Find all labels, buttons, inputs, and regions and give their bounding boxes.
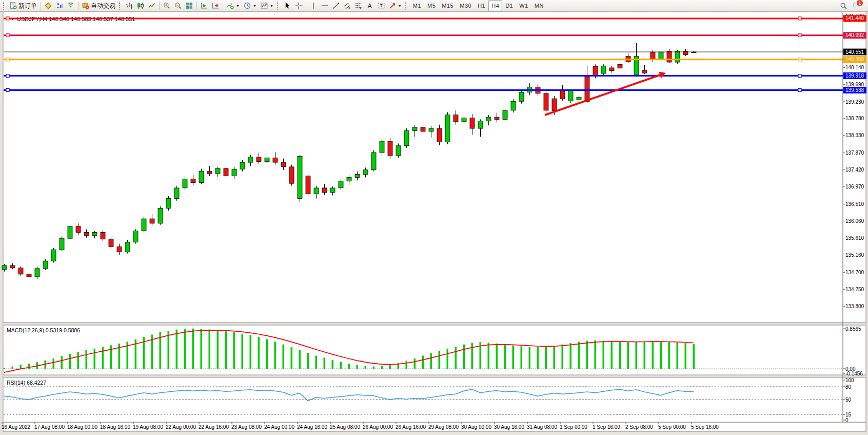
symbol-marker-icon: ▼: [10, 17, 14, 22]
line-handle[interactable]: [798, 88, 801, 91]
svg-text:T: T: [380, 3, 383, 8]
line-handle[interactable]: [6, 17, 9, 20]
chart-window[interactable]: [3, 12, 866, 431]
price-tick-label: 133.800: [845, 304, 864, 309]
search-button[interactable]: [840, 2, 847, 10]
price-badge-text: 139.918: [845, 73, 864, 79]
chevron-down-icon[interactable]: ▼: [270, 4, 273, 8]
vertical-line-button[interactable]: [308, 0, 319, 11]
timeframe-button-tf-h1[interactable]: H1: [475, 0, 488, 11]
price-badge-text: 140.350: [845, 56, 864, 62]
date-label: 31 Aug 08:00: [527, 424, 557, 430]
line-handle[interactable]: [6, 58, 9, 61]
templates-button[interactable]: ▼: [259, 0, 275, 11]
timeframe-button-tf-m5[interactable]: M5: [424, 0, 439, 11]
date-label: 1 Sep 00:00: [560, 424, 587, 430]
line-handle[interactable]: [798, 17, 801, 20]
equidistant-channel-button[interactable]: E: [342, 0, 353, 11]
notifications-button[interactable]: 1: [853, 2, 860, 9]
chart-background: [3, 12, 866, 431]
text-button[interactable]: A: [364, 0, 376, 11]
date-label: 2 Sep 08:00: [625, 424, 653, 430]
date-label: 25 Aug 08:00: [330, 424, 360, 430]
timeframe-button-tf-mn[interactable]: MN: [531, 0, 547, 11]
price-tick-label: 135.160: [845, 252, 864, 258]
zoom-out-button[interactable]: [172, 0, 184, 11]
line-icon: [148, 2, 155, 9]
timeframe-button-tf-m30[interactable]: M30: [457, 0, 475, 11]
hline-icon: [321, 2, 328, 9]
indicators-button[interactable]: ▼: [225, 0, 242, 11]
tf-h4-label: H4: [491, 3, 499, 9]
periods-icon: [244, 2, 251, 9]
vline-icon: [310, 2, 317, 9]
market-button[interactable]: [54, 0, 65, 11]
toolbar-right: 1: [840, 2, 860, 10]
svg-text:F: F: [360, 7, 362, 9]
line-handle[interactable]: [798, 74, 801, 78]
trendline-button[interactable]: [330, 0, 342, 11]
timeframe-button-tf-d1[interactable]: D1: [502, 0, 516, 11]
timeframe-button-tf-h4[interactable]: H4: [488, 0, 502, 11]
toolbar-grip[interactable]: [119, 2, 122, 10]
tf-d1-label: D1: [505, 3, 513, 9]
date-label: 29 Aug 08:00: [428, 424, 459, 430]
crosshair-button[interactable]: [293, 0, 304, 11]
candlestick-chart-button[interactable]: [135, 0, 146, 11]
date-label: 19 Aug 08:00: [133, 424, 163, 430]
toolbar-separator: [78, 2, 78, 10]
date-label: 17 Aug 08:00: [34, 424, 65, 430]
date-label: 26 Aug 00:00: [363, 424, 393, 430]
timeframe-button-tf-m15[interactable]: M15: [439, 0, 457, 11]
zoom-in-button[interactable]: [161, 0, 172, 11]
tf-h1-label: H1: [478, 3, 485, 9]
line-handle[interactable]: [6, 88, 9, 91]
line-handle[interactable]: [798, 34, 801, 37]
new-order-button[interactable]: 新订单: [8, 0, 39, 11]
chart-shift-button[interactable]: [210, 0, 221, 11]
date-label: 30 Aug 16:00: [494, 424, 524, 430]
chevron-down-icon[interactable]: ▼: [398, 4, 402, 8]
price-tick-label: 138.780: [845, 116, 864, 121]
bar-chart-button[interactable]: [124, 0, 135, 11]
toolbar-grip[interactable]: [405, 2, 408, 10]
date-label: 30 Aug 00:00: [461, 424, 491, 430]
price-tick-label: 138.330: [845, 133, 864, 138]
toolbar-grip[interactable]: [277, 2, 280, 10]
timeframe-button-tf-w1[interactable]: W1: [516, 0, 531, 11]
arrows-button[interactable]: ▼: [387, 0, 404, 11]
auto-scroll-icon: [201, 2, 208, 9]
fibonacci-button[interactable]: F: [353, 0, 364, 11]
zoom-out-icon: [174, 2, 182, 9]
periods-button[interactable]: ▼: [242, 0, 259, 11]
price-tick-label: 140.140: [845, 65, 864, 70]
horizontal-line-button[interactable]: [319, 0, 330, 11]
zoom-in-icon: [163, 2, 170, 9]
pane-divider[interactable]: [3, 323, 866, 325]
macd-tick-label: -0.1456: [845, 371, 863, 376]
auto-scroll-button[interactable]: [199, 0, 210, 11]
tf-m15-label: M15: [442, 3, 453, 9]
price-tick-label: 137.870: [845, 150, 864, 156]
chart-area[interactable]: ▼ USDJPY,H4 140.540 140.583 140.537 140.…: [0, 0, 868, 435]
chevron-down-icon[interactable]: ▼: [253, 4, 257, 8]
tile-windows-button[interactable]: [184, 0, 195, 11]
timeframe-button-tf-m1[interactable]: M1: [410, 0, 424, 11]
tf-mn-label: MN: [535, 3, 544, 9]
metaeditor-button[interactable]: [43, 0, 54, 11]
autotrading-button[interactable]: 自动交易: [80, 0, 117, 11]
indicators-icon: [227, 2, 234, 9]
line-handle[interactable]: [798, 58, 801, 61]
line-chart-button[interactable]: [146, 0, 157, 11]
price-tick-label: 134.250: [845, 287, 864, 292]
toolbar-grip[interactable]: [3, 2, 6, 10]
line-handle[interactable]: [6, 74, 9, 78]
pane-divider[interactable]: [3, 375, 866, 377]
chevron-down-icon[interactable]: ▼: [236, 4, 240, 8]
text-label-button[interactable]: T: [376, 0, 387, 11]
price-tick-label: 134.700: [845, 270, 864, 275]
cursor-button[interactable]: [282, 0, 293, 11]
signals-button[interactable]: [65, 0, 76, 11]
line-handle[interactable]: [6, 34, 9, 37]
svg-text:A: A: [368, 2, 372, 9]
